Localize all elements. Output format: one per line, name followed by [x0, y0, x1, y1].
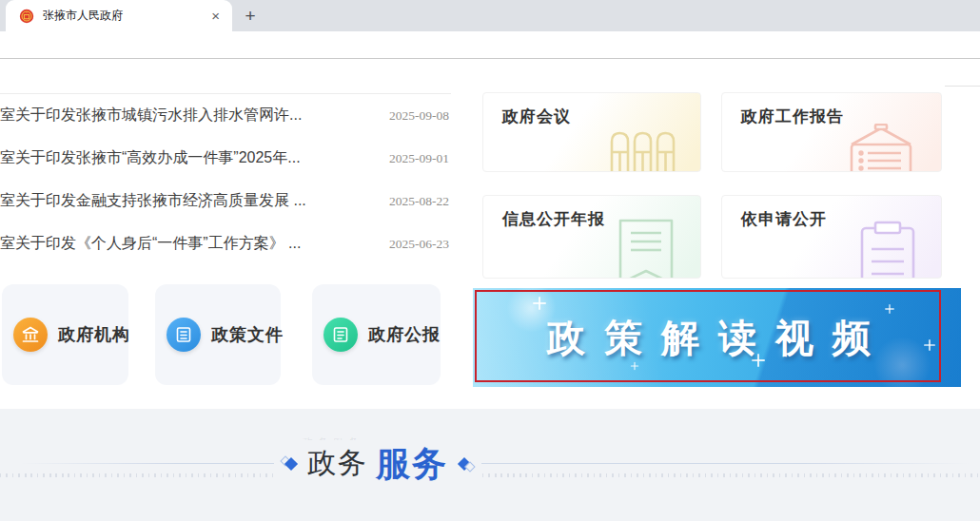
services-section: 政务服务 政务 服务 — [0, 409, 980, 521]
report-icon — [846, 124, 916, 172]
card-government-work-report[interactable]: 政府工作报告 — [721, 92, 942, 172]
quick-link-government-agencies[interactable]: 政府机构 — [2, 284, 128, 385]
card-title: 信息公开年报 — [502, 208, 605, 230]
annual-report-icon — [617, 219, 676, 279]
screen: 张掖市人民政府 × + 室关于印发张掖市城镇污水排入排水管网许... 2025-… — [0, 0, 980, 521]
news-link[interactable]: 室关于印发张掖市城镇污水排入排水管网许... — [0, 106, 302, 125]
quick-link-policy-documents[interactable]: 政策文件 — [155, 284, 281, 385]
government-building-icon — [13, 318, 48, 352]
new-tab-icon[interactable]: + — [238, 4, 263, 29]
quick-link-label: 政策文件 — [211, 323, 284, 346]
news-date: 2025-08-22 — [389, 194, 451, 209]
news-list-item[interactable]: 室关于印发金融支持张掖市经济高质量发展 ... 2025-08-22 — [0, 180, 451, 222]
card-disclosure-upon-request[interactable]: 依申请公开 — [721, 195, 942, 279]
policy-document-icon — [167, 318, 201, 352]
card-title: 政府会议 — [502, 106, 571, 127]
section-dotted-line — [0, 473, 980, 477]
browser-tab[interactable]: 张掖市人民政府 × — [6, 0, 232, 31]
card-information-disclosure-annual-report[interactable]: 信息公开年报 — [482, 195, 701, 279]
quick-link-label: 政府机构 — [58, 323, 130, 346]
section-title: 政务 服务 — [274, 440, 481, 487]
card-title: 政府工作报告 — [741, 106, 844, 127]
section-title-black: 政务 — [307, 444, 368, 483]
news-date: 2025-09-08 — [389, 108, 451, 124]
news-date: 2025-09-01 — [389, 151, 451, 166]
application-icon — [859, 221, 916, 279]
section-title-blue: 服务 — [376, 441, 448, 488]
tab-close-icon[interactable]: × — [208, 9, 223, 23]
browser-toolbar — [0, 31, 980, 59]
banner-title: 政策解读视频 — [528, 312, 890, 364]
card-government-meetings[interactable]: 政府会议 — [482, 92, 701, 172]
quick-link-government-gazette[interactable]: 政府公报 — [312, 284, 441, 385]
news-date: 2025-06-23 — [389, 237, 451, 252]
section-divider-line — [0, 463, 980, 464]
site-favicon-national-emblem-icon — [19, 9, 34, 24]
page-content: 室关于印发张掖市城镇污水排入排水管网许... 2025-09-08 室关于印发张… — [0, 59, 980, 409]
news-list-item[interactable]: 室关于印发《个人身后“一件事”工作方案》 ... 2025-06-23 — [0, 222, 451, 265]
meeting-icon — [609, 129, 676, 172]
news-list: 室关于印发张掖市城镇污水排入排水管网许... 2025-09-08 室关于印发张… — [0, 93, 451, 265]
news-list-item[interactable]: 室关于印发张掖市“高效办成一件事”2025年... 2025-09-01 — [0, 137, 451, 180]
browser-tab-bar: 张掖市人民政府 × + — [0, 0, 980, 31]
tab-title: 张掖市人民政府 — [43, 8, 208, 24]
gazette-document-icon — [323, 318, 358, 352]
news-link[interactable]: 室关于印发张掖市“高效办成一件事”2025年... — [0, 148, 301, 168]
policy-interpretation-video-banner[interactable]: 政策解读视频 — [473, 288, 961, 387]
header-underline — [945, 86, 980, 87]
news-link[interactable]: 室关于印发《个人身后“一件事”工作方案》 ... — [0, 234, 301, 254]
news-link[interactable]: 室关于印发金融支持张掖市经济高质量发展 ... — [0, 191, 306, 211]
news-list-item[interactable]: 室关于印发张掖市城镇污水排入排水管网许... 2025-09-08 — [0, 94, 451, 137]
card-title: 依申请公开 — [741, 208, 827, 230]
quick-link-label: 政府公报 — [368, 323, 441, 346]
